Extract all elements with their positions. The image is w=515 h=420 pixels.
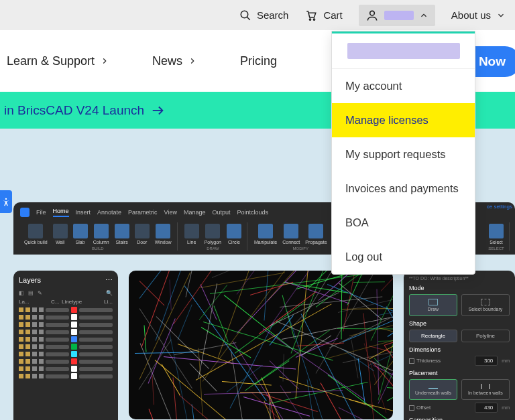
menu-invoices[interactable]: Invoices and payments — [332, 171, 475, 206]
nav-learn-support-label: Learn & Support — [7, 54, 95, 68]
menu-my-account[interactable]: My account — [332, 69, 475, 103]
nav-news-label: News — [152, 54, 182, 68]
layer-row[interactable] — [13, 358, 118, 365]
search-label: Search — [257, 9, 289, 21]
ribbon-btn-propagate[interactable]: Propagate — [302, 222, 329, 246]
mode-select-boundary-button[interactable]: Select boundary — [461, 294, 510, 316]
nav-learn-support[interactable]: Learn & Support — [7, 54, 109, 68]
menu-manage-licenses[interactable]: Manage licenses — [332, 103, 475, 137]
layers-col: La... — [19, 299, 48, 305]
svg-point-0 — [241, 11, 248, 18]
layer-row[interactable] — [13, 372, 118, 380]
thickness-label: Thickness — [416, 358, 441, 364]
ribbon-btn-window[interactable]: Window — [152, 222, 174, 246]
viewport[interactable] — [129, 271, 393, 419]
shape-polyline[interactable]: Polyline — [461, 330, 510, 342]
ribbon-btn-select[interactable]: Select — [486, 222, 506, 246]
ribbon-tab-insert[interactable]: Insert — [76, 209, 91, 216]
about-label: About us — [451, 9, 491, 21]
ribbon-tab-file[interactable]: File — [36, 209, 46, 216]
layers-search-icon[interactable]: 🔍 — [106, 290, 113, 296]
composition-label: Composition — [409, 417, 510, 420]
placement-under-button[interactable]: Underneath walls — [409, 379, 457, 400]
layer-row[interactable] — [13, 313, 118, 321]
app-logo-icon[interactable] — [20, 208, 30, 217]
ribbon-btn-wall[interactable]: Wall — [50, 222, 70, 246]
layers-col: C... — [51, 299, 59, 305]
user-icon — [365, 9, 379, 22]
ribbon-tab-parametric[interactable]: Parametric — [128, 209, 158, 216]
ribbon-btn-door[interactable]: Door — [132, 222, 152, 246]
shape-label: Shape — [409, 320, 510, 327]
about-us-menu[interactable]: About us — [451, 9, 506, 21]
dropdown-accent — [332, 31, 475, 33]
layers-col: Li... — [104, 299, 113, 305]
ribbon-tab-manage[interactable]: Manage — [184, 209, 206, 216]
mode-draw-button[interactable]: Draw — [409, 294, 457, 316]
arrow-right-icon — [151, 103, 166, 118]
account-menu-trigger[interactable] — [359, 5, 435, 26]
menu-logout[interactable]: Log out — [332, 240, 475, 274]
layers-tool-icon[interactable]: ✎ — [38, 290, 42, 296]
layers-panel: Layers ⋯ ◧ ▤ ✎ 🔍 La... C... Linetype Li.… — [13, 271, 118, 420]
menu-boa[interactable]: BOA — [332, 206, 475, 240]
ribbon-tab-annotate[interactable]: Annotate — [97, 209, 121, 216]
dimensions-label: Dimensions — [409, 346, 510, 353]
cart-label: Cart — [323, 9, 342, 21]
layer-row[interactable] — [13, 336, 118, 343]
nav-news[interactable]: News — [152, 54, 197, 68]
svg-point-2 — [310, 18, 311, 19]
offset-input[interactable]: 430 — [475, 403, 498, 413]
layer-row[interactable] — [13, 321, 118, 328]
try-now-label: Now — [479, 54, 506, 69]
offset-label: Offset — [416, 405, 431, 411]
layers-col: Linetype — [62, 299, 101, 305]
layer-row[interactable] — [13, 328, 118, 336]
search-icon — [239, 9, 251, 21]
cart-button[interactable]: Cart — [304, 9, 342, 21]
svg-point-4 — [369, 11, 374, 15]
dropdown-username-redacted — [347, 43, 460, 59]
ribbon-btn-connect[interactable]: Connect — [280, 222, 302, 246]
shape-rectangle[interactable]: Rectangle — [409, 330, 457, 342]
svg-point-3 — [314, 18, 315, 19]
ribbon-btn-manipulate[interactable]: Manipulate — [251, 222, 280, 246]
layer-row[interactable] — [13, 343, 118, 350]
ribbon-settings-link[interactable]: ce settings — [487, 204, 512, 210]
layers-list — [13, 306, 118, 380]
layers-tool-icon[interactable]: ◧ — [19, 290, 24, 296]
layer-row[interactable] — [13, 365, 118, 372]
accessibility-icon — [1, 197, 11, 206]
placement-between-button[interactable]: In between walls — [461, 379, 510, 400]
ribbon-tab-pointclouds[interactable]: Pointclouds — [237, 209, 269, 216]
placement-label: Placement — [409, 370, 510, 376]
ribbon-btn-column[interactable]: Column — [91, 222, 112, 246]
ribbon-btn-quick-build[interactable]: Quick build — [21, 222, 50, 246]
ribbon-btn-polygon[interactable]: Polygon — [202, 222, 224, 246]
ribbon-tab-view[interactable]: View — [164, 209, 177, 216]
layers-tool-icon[interactable]: ▤ — [28, 290, 34, 296]
svg-point-6 — [5, 198, 7, 200]
chevron-up-icon — [419, 11, 428, 20]
menu-support-requests[interactable]: My support requests — [332, 137, 475, 171]
accessibility-tab[interactable] — [0, 190, 12, 213]
ribbon-btn-circle[interactable]: Circle — [224, 222, 244, 246]
ribbon-btn-line[interactable]: Line — [182, 222, 202, 246]
ribbon-btn-stairs[interactable]: Stairs — [112, 222, 132, 246]
ribbon-tab-output[interactable]: Output — [212, 209, 230, 216]
layer-row[interactable] — [13, 350, 118, 358]
ribbon-tab-home[interactable]: Home — [53, 208, 69, 217]
layers-panel-menu-icon[interactable]: ⋯ — [105, 276, 113, 285]
chevron-down-icon — [496, 11, 506, 20]
account-dropdown: My account Manage licenses My support re… — [331, 31, 475, 275]
nav-pricing[interactable]: Pricing — [240, 54, 277, 68]
offset-unit: mm — [502, 405, 510, 410]
nav-pricing-label: Pricing — [240, 54, 277, 68]
thickness-input[interactable]: 300 — [475, 356, 498, 366]
search-button[interactable]: Search — [239, 9, 289, 21]
wireframe-render — [134, 276, 388, 414]
panel-hint: **TO DO: Write description** — [409, 276, 510, 281]
layer-row[interactable] — [13, 306, 118, 313]
ribbon-btn-slab[interactable]: Slab — [70, 222, 91, 246]
chevron-right-icon — [188, 56, 197, 66]
